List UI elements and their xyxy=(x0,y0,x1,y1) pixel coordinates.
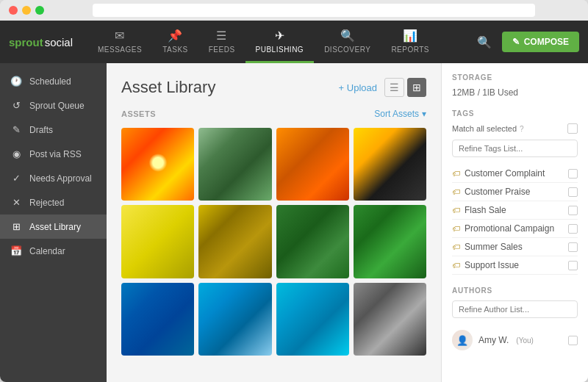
messages-icon: ✉ xyxy=(115,29,125,43)
sprout-queue-icon: ↺ xyxy=(10,100,22,111)
sort-assets-button[interactable]: Sort Assets ▾ xyxy=(374,109,426,119)
asset-image-2[interactable] xyxy=(198,128,271,201)
nav-item-messages[interactable]: ✉ MESSAGES xyxy=(87,21,152,63)
tag-checkbox-summer-sales[interactable] xyxy=(568,242,578,252)
sidebar-label-sprout-queue: Sprout Queue xyxy=(29,101,85,111)
header-right: + Upload ☰ ⊞ xyxy=(339,78,426,97)
discovery-icon: 🔍 xyxy=(340,29,356,43)
tag-label: Support Issue xyxy=(465,260,519,270)
tag-label: Customer Praise xyxy=(465,187,530,197)
sidebar-item-rejected[interactable]: ✕ Rejected xyxy=(0,190,107,215)
author-you-label: (You) xyxy=(516,336,534,345)
asset-image-6[interactable] xyxy=(198,205,271,278)
refine-tags-input[interactable] xyxy=(452,140,578,157)
top-nav: sproutsocial ✉ MESSAGES 📌 TASKS ☰ FEEDS … xyxy=(0,21,588,63)
asset-image-9[interactable] xyxy=(121,283,194,356)
tasks-icon: 📌 xyxy=(168,29,183,43)
asset-image-5[interactable] xyxy=(121,205,194,278)
tag-checkbox-customer-praise[interactable] xyxy=(568,187,578,197)
sidebar-label-calendar: Calendar xyxy=(29,246,65,256)
nav-items: ✉ MESSAGES 📌 TASKS ☰ FEEDS ✈ PUBLISHING … xyxy=(87,21,473,63)
nav-label-messages: MESSAGES xyxy=(98,46,142,54)
help-icon: ? xyxy=(520,125,524,133)
storage-section-title: STORAGE xyxy=(452,73,578,82)
tag-icon: 🏷 xyxy=(452,224,460,233)
asset-image-10[interactable] xyxy=(198,283,271,356)
sidebar-item-scheduled[interactable]: 🕐 Scheduled xyxy=(0,69,107,93)
match-all-checkbox[interactable] xyxy=(567,123,578,134)
nav-item-discovery[interactable]: 🔍 DISCOVERY xyxy=(314,21,381,63)
asset-image-4[interactable] xyxy=(354,128,426,201)
author-checkbox-amy[interactable] xyxy=(568,336,578,345)
sidebar-item-post-via-rss[interactable]: ◉ Post via RSS xyxy=(0,142,107,166)
tag-promotional-campaign: 🏷 Promotional Campaign xyxy=(452,220,578,238)
search-button[interactable]: 🔍 xyxy=(473,31,496,54)
tag-checkbox-promotional-campaign[interactable] xyxy=(568,224,578,234)
asset-image-3[interactable] xyxy=(276,128,349,201)
asset-image-11[interactable] xyxy=(276,283,349,356)
feeds-icon: ☰ xyxy=(216,29,227,43)
nav-label-tasks: TASKS xyxy=(162,46,188,54)
asset-image-1[interactable] xyxy=(121,128,194,201)
match-label: Match all selected ? xyxy=(452,124,524,133)
tag-icon: 🏷 xyxy=(452,242,460,251)
url-bar[interactable] xyxy=(93,4,535,17)
tag-customer-complaint: 🏷 Customer Complaint xyxy=(452,165,578,183)
tag-icon: 🏷 xyxy=(452,206,460,215)
tags-section-title: TAGS xyxy=(452,109,578,118)
nav-item-feeds[interactable]: ☰ FEEDS xyxy=(198,21,245,63)
authors-section-title: AUTHORS xyxy=(452,286,578,295)
tag-checkbox-customer-complaint[interactable] xyxy=(568,169,578,179)
maximize-button[interactable] xyxy=(35,6,44,15)
nav-label-discovery: DISCOVERY xyxy=(324,46,370,54)
refine-author-input[interactable] xyxy=(452,300,578,318)
sidebar-item-sprout-queue[interactable]: ↺ Sprout Queue xyxy=(0,93,107,118)
list-view-button[interactable]: ☰ xyxy=(384,78,404,97)
rss-icon: ◉ xyxy=(10,148,22,159)
logo-sprout-text: sprout xyxy=(9,36,43,48)
nav-item-reports[interactable]: 📊 REPORTS xyxy=(381,21,440,63)
nav-label-feeds: FEEDS xyxy=(209,46,235,54)
sidebar-label-asset-library: Asset Library xyxy=(29,222,81,232)
sidebar-item-drafts[interactable]: ✎ Drafts xyxy=(0,118,107,142)
tag-checkbox-support-issue[interactable] xyxy=(568,261,578,270)
authors-section: AUTHORS 👤 Amy W. (You) xyxy=(452,286,578,350)
assets-label: ASSETS xyxy=(121,109,156,118)
upload-button[interactable]: + Upload xyxy=(339,82,377,93)
author-name: Amy W. xyxy=(478,335,509,345)
tag-support-issue: 🏷 Support Issue xyxy=(452,256,578,275)
asset-library-icon: ⊞ xyxy=(10,221,22,232)
compose-label: COMPOSE xyxy=(524,37,569,47)
assets-bar: ASSETS Sort Assets ▾ xyxy=(121,109,426,119)
compose-button[interactable]: ✎ COMPOSE xyxy=(502,32,579,52)
author-avatar: 👤 xyxy=(452,330,473,350)
nav-item-publishing[interactable]: ✈ PUBLISHING xyxy=(245,21,315,63)
tag-label: Summer Sales xyxy=(465,242,523,252)
sidebar-label-scheduled: Scheduled xyxy=(29,76,71,87)
nav-right: 🔍 ✎ COMPOSE xyxy=(473,31,579,54)
sidebar-item-asset-library[interactable]: ⊞ Asset Library xyxy=(0,215,107,239)
asset-image-12[interactable] xyxy=(354,283,426,356)
sidebar-item-calendar[interactable]: 📅 Calendar xyxy=(0,239,107,263)
sidebar-item-needs-approval[interactable]: ✓ Needs Approval xyxy=(0,166,107,190)
nav-item-tasks[interactable]: 📌 TASKS xyxy=(152,21,198,63)
tag-customer-praise: 🏷 Customer Praise xyxy=(452,183,578,201)
view-toggle: ☰ ⊞ xyxy=(384,78,426,97)
logo: sproutsocial xyxy=(9,36,73,48)
sidebar-label-drafts: Drafts xyxy=(29,125,53,135)
logo-social-text: social xyxy=(45,36,73,48)
tag-icon: 🏷 xyxy=(452,261,460,270)
asset-image-7[interactable] xyxy=(276,205,349,278)
close-button[interactable] xyxy=(9,6,18,15)
nav-label-publishing: PUBLISHING xyxy=(256,46,304,54)
main-layout: 🕐 Scheduled ↺ Sprout Queue ✎ Drafts ◉ Po… xyxy=(0,63,588,382)
nav-label-reports: REPORTS xyxy=(391,46,429,54)
tag-checkbox-flash-sale[interactable] xyxy=(568,206,578,215)
author-amy: 👤 Amy W. (You) xyxy=(452,330,578,350)
grid-view-button[interactable]: ⊞ xyxy=(407,78,426,97)
tag-label: Promotional Campaign xyxy=(465,223,554,234)
asset-image-8[interactable] xyxy=(354,205,426,278)
chevron-down-icon: ▾ xyxy=(422,109,426,119)
minimize-button[interactable] xyxy=(22,6,31,15)
tag-flash-sale: 🏷 Flash Sale xyxy=(452,201,578,220)
